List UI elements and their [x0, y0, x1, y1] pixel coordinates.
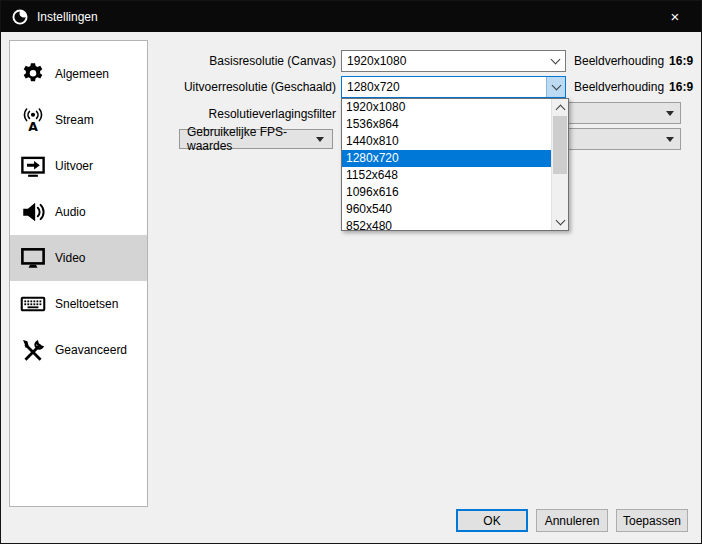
dropdown-option[interactable]: 1152x648 — [342, 167, 551, 184]
close-button[interactable]: × — [659, 1, 691, 32]
output-aspect-ratio: Beeldverhouding16:9 — [574, 79, 693, 95]
chevron-down-icon — [546, 51, 565, 71]
scroll-down-icon[interactable] — [552, 213, 568, 230]
window-title: Instellingen — [37, 10, 98, 24]
output-resolution-combobox[interactable]: 1280x720 — [341, 76, 566, 98]
output-arrow-icon — [19, 153, 46, 180]
sidebar-item-algemeen[interactable]: Algemeen — [10, 51, 147, 97]
resolution-dropdown-list: 1920x1080 1536x864 1440x810 1280x720 115… — [341, 98, 569, 231]
sidebar-item-label: Stream — [55, 113, 94, 127]
sidebar-item-geavanceerd[interactable]: Geavanceerd — [10, 327, 147, 373]
base-resolution-value: 1920x1080 — [347, 54, 546, 68]
dropdown-option[interactable]: 960x540 — [342, 201, 551, 218]
monitor-icon — [19, 245, 46, 272]
aspect-label: Beeldverhouding — [574, 80, 664, 94]
sidebar-item-label: Uitvoer — [55, 159, 93, 173]
dropdown-scrollbar[interactable] — [551, 99, 568, 230]
svg-text:A: A — [28, 119, 38, 133]
sidebar-item-stream[interactable]: A Stream — [10, 97, 147, 143]
settings-window: Instellingen × Algemeen A Stream — [0, 0, 702, 544]
sidebar-item-label: Video — [55, 251, 85, 265]
ok-button[interactable]: OK — [456, 509, 528, 532]
aspect-value: 16:9 — [669, 54, 693, 68]
aspect-label: Beeldverhouding — [574, 54, 664, 68]
dropdown-option[interactable]: 852x480 — [342, 218, 551, 230]
scrollbar-thumb[interactable] — [553, 116, 567, 174]
sidebar-item-label: Algemeen — [55, 67, 109, 81]
obs-logo-icon — [11, 8, 29, 26]
apply-button[interactable]: Toepassen — [616, 509, 688, 532]
base-resolution-combobox[interactable]: 1920x1080 — [341, 50, 566, 72]
chevron-down-icon — [546, 77, 565, 97]
fps-type-label: Gebruikelijke FPS-waardes — [187, 125, 310, 153]
downscale-filter-label: Resolutieverlagingsfilter — [151, 106, 336, 122]
sidebar-item-audio[interactable]: Audio — [10, 189, 147, 235]
fps-type-dropdown-button[interactable]: Gebruikelijke FPS-waardes — [179, 129, 333, 149]
keyboard-icon — [19, 291, 46, 318]
sidebar-item-label: Audio — [55, 205, 86, 219]
sidebar-item-label: Geavanceerd — [55, 343, 127, 357]
speaker-icon — [19, 199, 46, 226]
base-aspect-ratio: Beeldverhouding16:9 — [574, 53, 693, 69]
sidebar: Algemeen A Stream Uitvoer Audio — [9, 40, 148, 507]
titlebar: Instellingen × — [1, 1, 701, 32]
dropdown-options: 1920x1080 1536x864 1440x810 1280x720 115… — [342, 99, 551, 230]
sidebar-item-video[interactable]: Video — [10, 235, 147, 281]
base-resolution-label: Basisresolutie (Canvas) — [151, 53, 336, 69]
scroll-up-icon[interactable] — [552, 99, 568, 116]
dropdown-option[interactable]: 1536x864 — [342, 116, 551, 133]
broadcast-icon: A — [19, 107, 46, 134]
dropdown-arrow-icon — [660, 129, 680, 149]
settings-body: Algemeen A Stream Uitvoer Audio — [1, 32, 701, 543]
dropdown-arrow-icon — [310, 130, 330, 148]
dropdown-arrow-icon — [660, 103, 680, 123]
output-resolution-value: 1280x720 — [347, 80, 546, 94]
sidebar-item-uitvoer[interactable]: Uitvoer — [10, 143, 147, 189]
aspect-value: 16:9 — [669, 80, 693, 94]
sidebar-item-label: Sneltoetsen — [55, 297, 118, 311]
dropdown-option[interactable]: 1920x1080 — [342, 99, 551, 116]
sidebar-item-sneltoetsen[interactable]: Sneltoetsen — [10, 281, 147, 327]
dropdown-option[interactable]: 1096x616 — [342, 184, 551, 201]
output-resolution-label: Uitvoerresolutie (Geschaald) — [151, 79, 336, 95]
tools-icon — [19, 337, 46, 364]
dropdown-option[interactable]: 1280x720 — [342, 150, 551, 167]
gear-icon — [19, 61, 46, 88]
cancel-button[interactable]: Annuleren — [536, 509, 608, 532]
dropdown-option[interactable]: 1440x810 — [342, 133, 551, 150]
